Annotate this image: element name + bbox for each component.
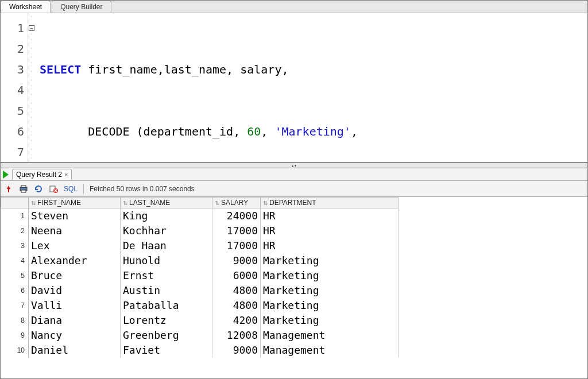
sort-icon: ⇅ <box>31 200 36 206</box>
table-header-row: ⇅FIRST_NAME ⇅LAST_NAME ⇅SALARY ⇅DEPARTME… <box>1 198 399 208</box>
code-string: 'Marketing' <box>274 125 350 138</box>
cell-firstname: Nancy <box>29 328 121 343</box>
line-number: 5 <box>1 100 24 121</box>
row-number: 4 <box>1 253 29 268</box>
run-icon <box>3 171 9 179</box>
print-icon[interactable] <box>19 184 28 194</box>
refresh-icon[interactable] <box>34 184 43 194</box>
cell-department: Marketing <box>261 298 399 313</box>
row-number: 6 <box>1 283 29 298</box>
table-row[interactable]: 6DavidAustin4800Marketing <box>1 283 399 298</box>
cell-lastname: Pataballa <box>121 298 212 313</box>
cell-department: HR <box>261 223 399 238</box>
table-row[interactable]: 1StevenKing24000HR <box>1 208 399 223</box>
table-row[interactable]: 5BruceErnst6000Marketing <box>1 268 399 283</box>
cell-firstname: Daniel <box>29 343 121 358</box>
row-number: 8 <box>1 313 29 328</box>
line-gutter: 1 2 3 4 5 6 7 <box>1 13 28 162</box>
cell-department: HR <box>261 238 399 253</box>
cell-department: HR <box>261 208 399 223</box>
tab-worksheet[interactable]: Worksheet <box>1 1 51 13</box>
cell-firstname: Alexander <box>29 253 121 268</box>
col-label: DEPARTMENT <box>269 199 316 207</box>
line-number: 2 <box>1 38 24 59</box>
pin-icon[interactable] <box>4 184 13 194</box>
code-number: 60 <box>247 125 261 138</box>
cell-lastname: De Haan <box>121 238 212 253</box>
fetch-status: Fetched 50 rows in 0.007 seconds <box>90 185 195 193</box>
table-row[interactable]: 10DanielFaviet9000Management <box>1 343 399 358</box>
close-icon[interactable]: × <box>64 171 68 178</box>
cell-firstname: Bruce <box>29 268 121 283</box>
table-row[interactable]: 2NeenaKochhar17000HR <box>1 223 399 238</box>
col-label: LAST_NAME <box>129 199 170 207</box>
table-row[interactable]: 3LexDe Haan17000HR <box>1 238 399 253</box>
table-row[interactable]: 4AlexanderHunold9000Marketing <box>1 253 399 268</box>
sort-icon: ⇅ <box>263 200 268 206</box>
col-header-lastname[interactable]: ⇅LAST_NAME <box>121 198 212 208</box>
cell-department: Marketing <box>261 268 399 283</box>
cell-salary: 17000 <box>212 238 261 253</box>
line-number: 6 <box>1 121 24 142</box>
cell-lastname: Hunold <box>121 253 212 268</box>
row-number: 10 <box>1 343 29 358</box>
tab-query-result[interactable]: Query Result 2 × <box>12 169 72 180</box>
row-number: 7 <box>1 298 29 313</box>
cell-lastname: Faviet <box>121 343 212 358</box>
row-number: 2 <box>1 223 29 238</box>
result-tab-label: Query Result 2 <box>16 171 62 179</box>
code-text: first_name,last_name, salary, <box>81 63 288 76</box>
row-number-header <box>1 198 29 208</box>
line-number: 7 <box>1 142 24 163</box>
code-text: DECODE (department_id, <box>40 125 247 138</box>
kw-select: SELECT <box>40 63 81 76</box>
cell-firstname: Neena <box>29 223 121 238</box>
cell-lastname: Ernst <box>121 268 212 283</box>
cell-salary: 6000 <box>212 268 261 283</box>
cell-firstname: David <box>29 283 121 298</box>
table-row[interactable]: 7ValliPataballa4800Marketing <box>1 298 399 313</box>
cell-department: Management <box>261 343 399 358</box>
cell-department: Management <box>261 328 399 343</box>
col-label: FIRST_NAME <box>37 199 81 207</box>
cell-lastname: Austin <box>121 283 212 298</box>
svg-rect-1 <box>21 185 26 187</box>
cell-department: Marketing <box>261 283 399 298</box>
tab-querybuilder[interactable]: Query Builder <box>52 1 111 13</box>
cell-salary: 4200 <box>212 313 261 328</box>
sql-code-area[interactable]: SELECT first_name,last_name, salary, DEC… <box>36 13 587 162</box>
results-grid[interactable]: ⇅FIRST_NAME ⇅LAST_NAME ⇅SALARY ⇅DEPARTME… <box>1 197 587 378</box>
row-number: 3 <box>1 238 29 253</box>
line-number: 1 <box>1 18 24 38</box>
sql-editor[interactable]: 1 2 3 4 5 6 7 − SELECT first_name,last_n… <box>1 13 587 163</box>
cell-lastname: Lorentz <box>121 313 212 328</box>
fold-minus-icon[interactable]: − <box>29 25 34 31</box>
delete-icon[interactable] <box>49 184 58 194</box>
cell-lastname: Kochhar <box>121 223 212 238</box>
cell-salary: 24000 <box>212 208 261 223</box>
code-text: , <box>261 125 274 138</box>
col-header-salary[interactable]: ⇅SALARY <box>212 198 261 208</box>
line-number: 4 <box>1 80 24 100</box>
cell-salary: 4800 <box>212 283 261 298</box>
splitter-handle[interactable]: ▴▾ <box>1 163 587 168</box>
col-label: SALARY <box>221 199 248 207</box>
editor-tabbar: Worksheet Query Builder <box>1 1 587 13</box>
col-header-department[interactable]: ⇅DEPARTMENT <box>261 198 399 208</box>
cell-salary: 17000 <box>212 223 261 238</box>
cell-salary: 9000 <box>212 253 261 268</box>
cell-lastname: Greenberg <box>121 328 212 343</box>
table-row[interactable]: 8DianaLorentz4200Marketing <box>1 313 399 328</box>
toolbar-separator <box>83 184 84 194</box>
cell-firstname: Lex <box>29 238 121 253</box>
table-row[interactable]: 9NancyGreenberg12008Management <box>1 328 399 343</box>
line-number: 3 <box>1 59 24 80</box>
result-toolbar: SQL Fetched 50 rows in 0.007 seconds <box>1 181 587 197</box>
cell-firstname: Valli <box>29 298 121 313</box>
cell-lastname: King <box>121 208 212 223</box>
col-header-firstname[interactable]: ⇅FIRST_NAME <box>29 198 121 208</box>
result-tabbar: Query Result 2 × <box>1 168 587 181</box>
sort-icon: ⇅ <box>215 200 219 206</box>
sql-link[interactable]: SQL <box>64 185 78 193</box>
cell-firstname: Steven <box>29 208 121 223</box>
